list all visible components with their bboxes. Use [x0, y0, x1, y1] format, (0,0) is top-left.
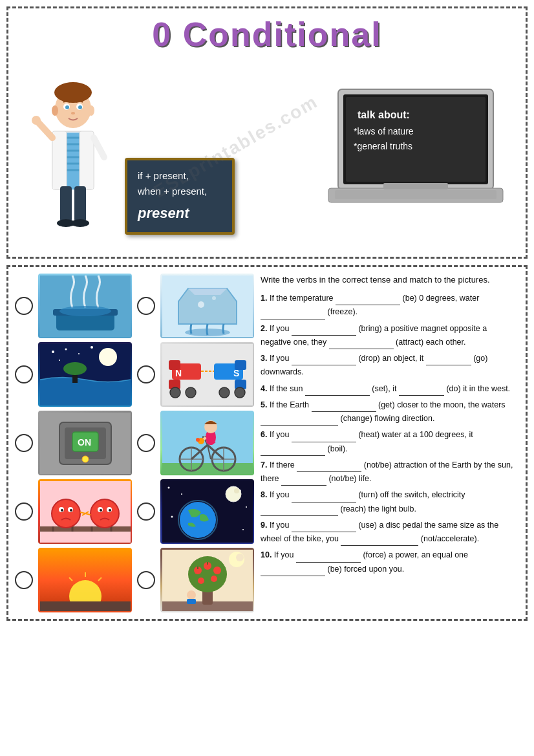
svg-point-117	[226, 486, 241, 502]
svg-point-64	[170, 387, 180, 398]
svg-marker-41	[188, 288, 227, 295]
svg-point-114	[246, 506, 247, 508]
ex4-num: 4.	[261, 384, 267, 393]
svg-point-103	[91, 499, 119, 528]
svg-point-66	[219, 387, 230, 398]
bottom-section: N S	[6, 265, 528, 621]
image-4: N S	[160, 342, 254, 407]
exercise-10: 10. If you (force) a power, an equal one…	[261, 548, 519, 576]
circle-10	[137, 571, 155, 589]
circle-8	[137, 502, 155, 521]
scientist-illustration	[28, 60, 118, 235]
page-title: 0 Conditional	[15, 15, 519, 54]
ex3-num: 3.	[261, 354, 267, 363]
svg-rect-126	[40, 601, 131, 611]
svg-rect-34	[335, 190, 497, 199]
svg-point-46	[99, 348, 117, 366]
laptop-illustration: talk about: *laws of nature *general tru…	[325, 83, 506, 212]
exercise-3: 3. If you (drop) an object, it (go) down…	[261, 352, 519, 380]
image-row-5	[15, 548, 254, 612]
scientist-area: if + present, when + present, present	[28, 60, 235, 235]
top-content: if + present, when + present, present ta…	[15, 57, 519, 238]
svg-point-38	[59, 306, 111, 316]
blank-9b	[341, 537, 418, 546]
svg-point-112	[181, 493, 182, 495]
svg-point-11	[54, 82, 92, 103]
exercise-2: 2. If you (bring) a positive magnet oppo…	[261, 322, 519, 350]
ex1-num: 1.	[261, 294, 267, 303]
svg-line-17	[37, 122, 52, 138]
svg-point-16	[71, 112, 75, 114]
exercise-8: 8. If you (turn) off the switch, electri…	[261, 488, 519, 516]
ex9-num: 9.	[261, 521, 267, 530]
images-column: N S	[15, 274, 254, 612]
image-1	[38, 274, 132, 338]
svg-point-48	[65, 348, 67, 350]
instructions: Write the verbs in the correct tense and…	[261, 274, 519, 286]
image-9	[38, 548, 132, 612]
blank-2b	[329, 340, 394, 349]
svg-point-24	[52, 105, 58, 116]
svg-point-141	[187, 590, 196, 599]
svg-point-25	[88, 105, 94, 116]
svg-point-118	[234, 488, 239, 493]
blank-4b	[399, 387, 444, 396]
text-column: Write the verbs in the correct tense and…	[261, 274, 519, 612]
svg-point-111	[167, 486, 169, 488]
ex10-num: 10.	[261, 550, 272, 559]
svg-point-49	[78, 353, 80, 354]
blank-3a	[292, 356, 356, 365]
svg-line-19	[94, 138, 104, 157]
blank-7b	[281, 477, 326, 486]
svg-point-119	[180, 502, 216, 538]
exercise-9: 9. If you (use) a disc pedal the same si…	[261, 519, 519, 546]
blank-6b	[261, 447, 325, 456]
blank-10a	[296, 554, 361, 563]
exercise-7: 7. If there (not/be) attraction of the E…	[261, 459, 519, 486]
circle-1	[15, 297, 33, 315]
blank-2a	[292, 327, 356, 336]
svg-text:ON: ON	[78, 437, 91, 448]
svg-point-44	[212, 296, 216, 300]
exercise-6: 6. If you (heat) water at a 100 degrees,…	[261, 428, 519, 456]
blank-5a	[312, 403, 376, 412]
svg-point-91	[196, 438, 200, 442]
svg-point-102	[70, 509, 72, 512]
svg-point-131	[188, 556, 227, 592]
svg-point-65	[186, 387, 196, 398]
svg-text:*general truths: *general truths	[354, 141, 412, 151]
blank-1a	[336, 296, 400, 305]
svg-text:*laws of nature: *laws of nature	[354, 126, 414, 136]
image-7	[38, 479, 132, 544]
ex5-num: 5.	[261, 400, 267, 409]
svg-rect-21	[74, 186, 86, 222]
svg-rect-75	[162, 463, 253, 474]
image-6	[160, 411, 254, 475]
svg-point-50	[91, 346, 93, 349]
blank-8a	[292, 493, 356, 502]
image-10	[160, 548, 254, 612]
svg-point-101	[61, 509, 63, 512]
circle-6	[137, 434, 155, 452]
svg-text:talk about:: talk about:	[358, 109, 410, 120]
svg-rect-20	[60, 186, 72, 222]
circle-5	[15, 434, 33, 452]
blank-7a	[297, 463, 361, 472]
exercise-1: 1. If the temperature (be) 0 degrees, wa…	[261, 292, 519, 319]
svg-point-135	[198, 578, 204, 584]
svg-point-106	[100, 509, 102, 512]
svg-point-18	[32, 116, 41, 125]
image-2	[160, 274, 254, 338]
image-row-3: ON	[15, 411, 254, 475]
circle-2	[137, 297, 155, 315]
blank-3b	[426, 356, 471, 365]
circle-3	[15, 365, 33, 383]
image-3	[38, 342, 132, 407]
svg-point-116	[242, 529, 244, 530]
svg-point-115	[171, 515, 173, 517]
svg-point-14	[65, 105, 69, 109]
blank-1b	[261, 310, 325, 319]
exercise-5: 5. If the Earth (get) closer to the moon…	[261, 398, 519, 426]
svg-point-73	[82, 456, 89, 462]
svg-text:S: S	[233, 368, 239, 378]
